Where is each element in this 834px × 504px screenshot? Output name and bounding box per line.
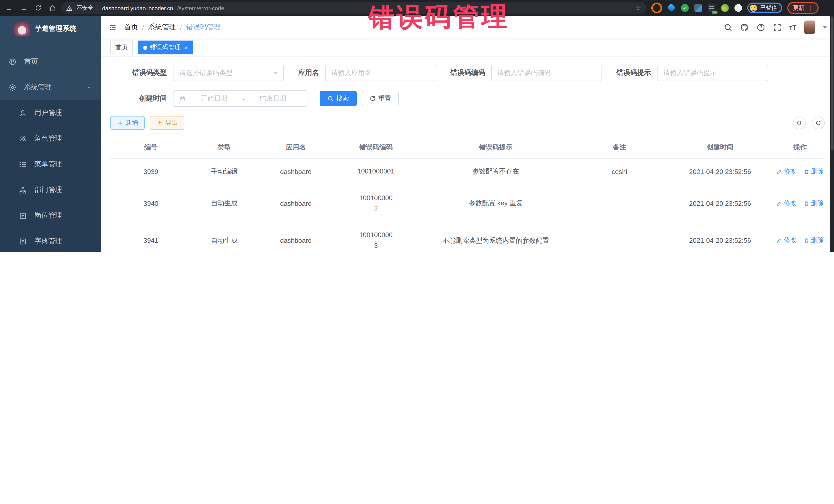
delete-label: 删除 [811,199,824,208]
fullscreen-icon[interactable] [773,23,782,31]
search-icon [327,95,334,102]
date-range-picker[interactable]: 开始日期 - 结束日期 [173,90,307,107]
delete-link[interactable]: 删除 [804,167,824,176]
breadcrumb-system[interactable]: 系统管理 [148,23,176,32]
cell-hint: 参数配置不存在 [417,159,574,184]
menu-list-icon [19,160,27,168]
toggle-search-button[interactable] [793,116,806,129]
cell-actions: 修改 删除 [775,159,825,183]
address-bar[interactable]: 不安全 dashboard.yudao.iocoder.cn/system/er… [61,2,646,14]
cell-code: 100100000 3 [335,222,417,252]
delete-link[interactable]: 删除 [804,236,824,245]
sidebar-item-users[interactable]: 用户管理 [0,100,101,126]
add-button-label: 新增 [126,118,138,127]
sidebar-item-posts[interactable]: 岗位管理 [0,203,101,228]
breadcrumb-current: 错误码管理 [186,23,221,32]
cell-id: 3940 [110,192,192,215]
users-icon [19,135,27,143]
hamburger-icon[interactable] [108,23,117,31]
bookmark-star-icon[interactable]: ☆ [635,4,641,12]
tags-view: 首页 错误码管理 × [101,39,834,57]
extensions-puzzle-icon[interactable] [734,4,742,12]
extension-gem-icon[interactable] [668,4,675,12]
sidebar-item-menus[interactable]: 菜单管理 [0,151,101,177]
cell-app: dashboard [257,160,335,183]
sidebar-item-home[interactable]: 首页 [0,49,101,74]
filter-type-label: 错误码类型 [110,68,173,78]
refresh-icon [815,120,821,126]
tag-home[interactable]: 首页 [110,41,133,54]
edit-label: 修改 [784,167,796,176]
cell-type: 手动编辑 [192,159,257,184]
error-code-input[interactable]: 请输入错误码编码 [491,65,602,81]
filter-app-label: 应用名 [298,68,325,78]
browser-home-icon[interactable] [49,4,56,12]
cell-code: 1001000001 [335,159,417,185]
export-button-label: 导出 [165,118,178,127]
org-tree-icon [19,186,27,194]
breadcrumb-home[interactable]: 首页 [124,23,138,32]
header-search-icon[interactable] [723,23,732,31]
error-type-select[interactable]: 请选择错误码类型 [173,65,284,81]
search-icon [796,120,802,126]
extension-squares-icon[interactable] [695,4,702,12]
reset-button[interactable]: 重置 [362,91,399,106]
extension-check-icon[interactable]: ✓ [681,4,689,12]
logo-image [14,21,30,37]
col-header-created: 创建时间 [665,138,775,157]
sidebar-item-label: 菜单管理 [35,160,62,169]
extension-sprout-icon[interactable] [721,4,729,12]
profile-status: 已暂停 [760,4,777,12]
update-label: 更新 [793,4,804,12]
cell-id: 3941 [110,229,192,252]
edit-link[interactable]: 修改 [776,199,796,208]
extension-icon[interactable] [651,3,662,13]
breadcrumb-separator: / [180,23,182,31]
export-button[interactable]: 导出 [150,116,184,130]
cell-type: 自动生成 [192,228,257,252]
browser-reload-icon[interactable] [35,5,42,11]
github-icon[interactable] [740,23,749,31]
screen: ← → 不安全 dashboard.yudao.iocoder.cn/syste… [0,0,834,252]
browser-back-icon[interactable]: ← [5,4,13,12]
add-button[interactable]: 新增 [110,116,145,130]
delete-link[interactable]: 删除 [804,199,824,208]
trash-icon [804,201,809,206]
date-separator: - [242,95,245,103]
tag-error-code[interactable]: 错误码管理 × [138,41,193,54]
sidebar-item-label: 首页 [24,57,38,66]
scrollbar-thumb[interactable] [831,17,833,150]
extension-list-icon[interactable]: on [708,4,716,12]
cell-created: 2021-04-20 23:52:56 [665,229,775,252]
browser-forward-icon[interactable]: → [20,4,28,12]
date-start-placeholder: 开始日期 [201,94,227,103]
browser-profile-button[interactable]: 已暂停 [747,3,782,13]
active-dot [143,45,147,49]
edit-link[interactable]: 修改 [776,167,796,176]
app-logo[interactable]: 芋道管理系统 [0,16,101,42]
scrollbar[interactable] [830,16,834,252]
font-size-icon[interactable]: ᴛT [789,23,796,31]
sidebar-item-departments[interactable]: 部门管理 [0,177,101,203]
sidebar-item-roles[interactable]: 角色管理 [0,126,101,151]
avatar-caret-icon[interactable] [823,26,827,28]
select-placeholder: 请选择错误码类型 [179,68,269,78]
url-divider [97,5,98,11]
sidebar-item-system[interactable]: 系统管理 [0,74,101,100]
search-button[interactable]: 搜索 [320,91,357,106]
help-icon[interactable] [756,23,765,31]
browser-update-button[interactable]: 更新 ⋮ [787,2,819,14]
close-icon[interactable]: × [184,44,188,50]
security-label: 不安全 [76,4,93,12]
sidebar-item-dictionary[interactable]: 字典管理 [0,228,101,252]
url-path: /system/error-code [177,5,224,11]
cell-actions: 修改 删除 [775,229,825,252]
col-header-remark: 备注 [574,138,665,157]
user-avatar[interactable] [804,21,815,34]
cell-remark: ceshi [574,160,665,183]
error-hint-input[interactable]: 请输入错误码提示 [657,65,768,81]
app-name-input[interactable]: 请输入应用名 [325,65,436,81]
breadcrumb-separator: / [142,23,144,31]
edit-link[interactable]: 修改 [776,236,796,245]
refresh-table-button[interactable] [812,116,825,129]
